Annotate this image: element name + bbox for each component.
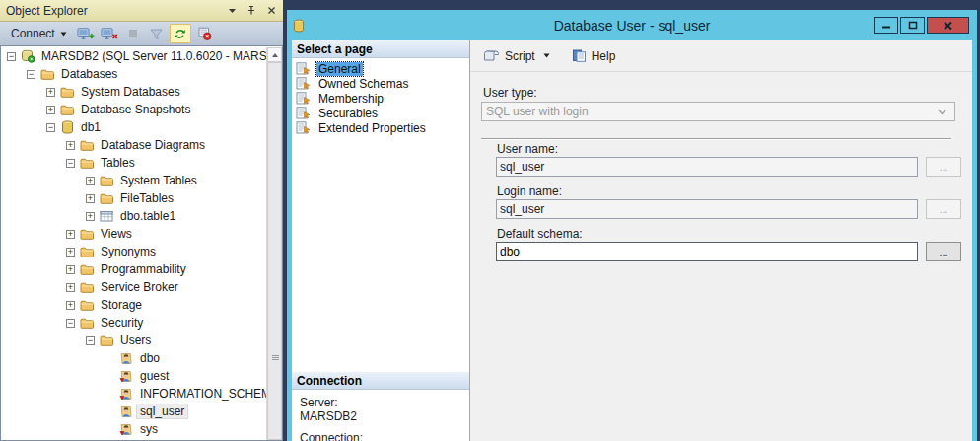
tree-item-filetables[interactable]: +FileTables [1,189,267,207]
folder-icon [79,228,95,240]
window-position-button[interactable] [226,5,238,17]
minimize-button[interactable] [874,17,898,34]
collapse-icon[interactable]: − [46,123,55,132]
server-value: MARSDB2 [300,409,357,423]
tree-item-databases[interactable]: −Databases [1,65,267,83]
folder-icon [79,299,95,311]
default-schema-browse-button[interactable]: ... [926,242,961,261]
tree-item-label: Security [98,316,146,330]
select-a-page-header-label: Select a page [297,42,373,56]
tree-item-dbo-table1[interactable]: +dbo.table1 [1,207,267,225]
section-separator [481,138,951,140]
tree-item-label: dbo.table1 [117,209,178,223]
tree-item-sql-user[interactable]: sql_user [1,403,267,420]
tree-item-database-diagrams[interactable]: +Database Diagrams [1,136,267,154]
default-schema-field[interactable] [496,242,918,261]
object-explorer-panel: Object Explorer Connect −MARSDB2 (SQL Se… [0,0,283,441]
tree-item-label: MARSDB2 (SQL Server 11.0.6020 - MARSD [38,49,267,63]
collapse-icon[interactable]: − [66,159,75,168]
tree-item-label: INFORMATION_SCHEMA [137,387,267,401]
tree-item-tables[interactable]: −Tables [1,154,267,172]
expand-icon[interactable]: + [66,301,75,310]
tree-item-label: Tables [98,156,138,170]
tree-item-system-tables[interactable]: +System Tables [1,172,267,189]
folder-icon [59,104,75,115]
collapse-icon[interactable]: − [66,319,75,328]
tree-item-users[interactable]: −Users [1,331,267,349]
tree-item-db1[interactable]: −db1 [1,118,267,136]
tree-item-label: System Tables [117,174,200,187]
expand-icon[interactable]: + [46,88,55,97]
collapse-icon[interactable]: − [27,70,35,79]
help-button[interactable]: Help [569,47,619,65]
screen: { "colors": { "desktop_background": "#2d… [0,0,980,441]
tree-item-marsdb2-sql-server-11-0-6020-marsd[interactable]: −MARSDB2 (SQL Server 11.0.6020 - MARSD [1,47,267,65]
folder-icon [99,334,114,346]
tree-item-database-snapshots[interactable]: +Database Snapshots [1,101,267,118]
tree-item-guest[interactable]: guest [1,367,267,385]
tree-item-storage[interactable]: +Storage [1,296,267,314]
maximize-button[interactable] [900,17,925,34]
tree-item-label: Database Diagrams [98,138,208,152]
script-button[interactable]: Script [480,47,553,65]
chevron-down-icon [543,53,550,58]
expand-icon[interactable]: + [86,177,95,185]
tree-item-label: sys [137,422,161,436]
connect-server-button[interactable] [75,24,97,43]
server-label: Server: [300,396,338,409]
pin-button[interactable] [245,5,257,17]
tree-item-label: Synonyms [98,245,159,258]
tree-item-views[interactable]: +Views [1,225,267,243]
refresh-button[interactable] [170,24,191,43]
expand-icon[interactable]: + [86,212,95,221]
tree-item-information-schema[interactable]: INFORMATION_SCHEMA [1,385,267,403]
page-item-extended-properties[interactable]: Extended Properties [292,120,469,135]
collapse-icon[interactable]: − [86,336,95,345]
user-red-icon [118,422,134,436]
tree-scrollbar[interactable] [266,47,282,440]
expand-icon[interactable]: + [66,283,75,292]
expand-icon[interactable]: + [66,230,75,239]
folder-icon [79,263,95,275]
expand-icon[interactable]: + [66,265,75,274]
folder-icon [39,68,55,80]
db-icon [59,120,75,134]
expand-icon[interactable]: + [86,194,95,203]
scrollbar-thumb[interactable] [267,62,282,440]
page-item-owned-schemas[interactable]: Owned Schemas [292,76,469,91]
object-explorer-titlebar: Object Explorer [0,0,283,22]
page-item-label: Extended Properties [316,121,428,135]
expand-icon[interactable]: + [66,248,75,257]
refresh-icon [174,28,186,40]
folder-icon [79,157,95,169]
page-item-membership[interactable]: Membership [292,91,469,106]
object-explorer-title: Object Explorer [6,4,226,18]
tree-item-sys[interactable]: sys [1,420,267,438]
filter-button[interactable] [146,24,168,43]
tree-item-security[interactable]: −Security [1,314,267,331]
connection-header-label: Connection [297,374,362,388]
tree-item-label: Views [98,227,135,241]
user-icon [118,351,134,365]
close-button[interactable] [927,17,969,34]
script-error-button[interactable] [193,24,215,43]
tree-item-dbo[interactable]: dbo [1,349,267,367]
folder-icon [99,192,114,204]
disconnect-server-button[interactable] [99,24,120,43]
close-button[interactable] [265,5,277,17]
scroll-up-button[interactable] [267,47,282,62]
connect-button[interactable]: Connect [6,25,72,42]
expand-icon[interactable]: + [46,106,55,114]
tree-item-programmability[interactable]: +Programmability [1,260,267,278]
collapse-icon[interactable]: − [7,52,16,61]
page-item-general[interactable]: General [292,61,469,76]
tree-item-synonyms[interactable]: +Synonyms [1,243,267,260]
tree-item-system-databases[interactable]: +System Databases [1,83,267,101]
maximize-icon [908,21,918,30]
page-item-securables[interactable]: Securables [292,106,469,120]
tree-item-service-broker[interactable]: +Service Broker [1,278,267,296]
stop-button[interactable] [122,24,144,43]
expand-icon[interactable]: + [66,141,75,150]
object-explorer-toolbar: Connect [0,22,283,46]
connection-label: Connection: [300,431,363,441]
